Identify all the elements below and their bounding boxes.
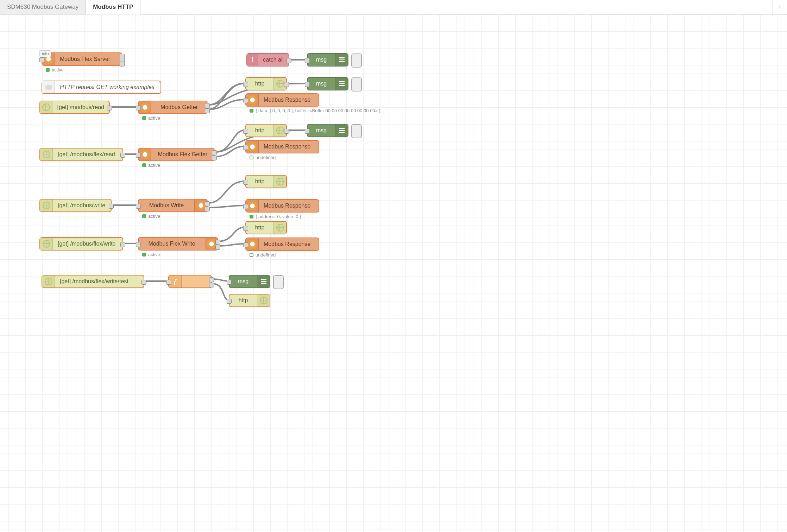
globe-icon — [273, 176, 286, 188]
node-status: { data: [ 0, 0, 0, 0 ], buffer: <Buffer … — [250, 108, 380, 113]
node-debug-msg[interactable]: msg — [307, 124, 348, 137]
node-comment[interactable]: HTTP request GET working examples — [42, 81, 161, 94]
node-label: http — [229, 297, 257, 304]
node-http-response[interactable]: http — [245, 77, 287, 90]
debug-toggle-button[interactable] — [273, 275, 284, 289]
node-status: { address: 0, value: 0 } — [250, 214, 301, 219]
debug-toggle-button[interactable] — [351, 53, 362, 68]
debug-toggle-button[interactable] — [351, 77, 362, 91]
node-label: [get] /modbus/read — [52, 104, 109, 110]
bars-icon — [257, 276, 270, 287]
node-modbus-flex-write[interactable]: Modbus Flex Write active — [138, 237, 218, 251]
flow-canvas[interactable]: info Modbus Flex Server active ! catch a… — [0, 14, 787, 532]
globe-icon — [257, 294, 270, 306]
node-debug-msg[interactable]: msg — [307, 53, 348, 66]
globe-icon — [40, 238, 53, 250]
node-label: msg — [229, 278, 257, 285]
globe-icon — [40, 200, 53, 211]
node-label: Modbus Getter — [151, 104, 207, 110]
info-badge: info — [39, 50, 51, 57]
node-label: [get] /modbus/flex/write — [53, 241, 122, 247]
node-label: Modbus Response — [259, 203, 319, 209]
node-debug-msg[interactable]: msg — [229, 275, 270, 288]
node-label: http — [246, 178, 273, 185]
globe-icon — [42, 276, 55, 287]
exclamation-icon: ! — [247, 54, 258, 66]
tab-modbus-http[interactable]: Modbus HTTP — [86, 0, 140, 14]
node-label: Modbus Response — [259, 144, 319, 150]
node-status: active — [142, 252, 160, 257]
globe-icon — [273, 222, 286, 234]
tab-sdm630[interactable]: SDM630 Modbus Gateway — [0, 0, 86, 14]
node-label: http — [246, 81, 273, 87]
node-catch-all[interactable]: ! catch all — [246, 53, 289, 66]
node-label: msg — [308, 81, 335, 87]
node-http-response[interactable]: http — [245, 221, 287, 234]
globe-icon — [40, 101, 52, 113]
bars-icon — [335, 78, 348, 90]
node-label: catch all — [258, 57, 289, 63]
node-status: active — [142, 163, 160, 168]
node-label: http — [246, 224, 273, 231]
debug-toggle-button[interactable] — [351, 124, 362, 138]
node-http-in-flex-read[interactable]: [get] /modbus/flex/read — [39, 148, 123, 161]
node-label: Modbus Flex Getter — [151, 151, 214, 158]
node-http-in-flex-write-test[interactable]: [get] /modbus/flex/write/test — [42, 275, 144, 288]
node-http-in-write[interactable]: [get] /modbus/write — [39, 199, 112, 212]
node-label: Modbus Response — [259, 97, 319, 103]
node-modbus-response[interactable]: Modbus Response undefined — [245, 140, 319, 153]
node-modbus-flex-getter[interactable]: Modbus Flex Getter active — [138, 148, 215, 161]
node-label: Modbus Write — [139, 202, 194, 209]
tab-bar: SDM630 Modbus Gateway Modbus HTTP + — [0, 0, 787, 14]
node-label: msg — [308, 127, 335, 134]
node-modbus-flex-server[interactable]: info Modbus Flex Server active — [42, 52, 122, 66]
node-label: http — [246, 127, 273, 134]
node-modbus-response[interactable]: Modbus Response { data: [ 0, 0, 0, 0 ], … — [245, 93, 319, 107]
node-label: [get] /modbus/flex/write/test — [55, 278, 144, 285]
bars-icon — [335, 125, 348, 137]
tab-add-button[interactable]: + — [773, 0, 787, 14]
node-modbus-write[interactable]: Modbus Write active — [138, 199, 208, 212]
node-http-in-read[interactable]: [get] /modbus/read — [39, 101, 110, 114]
node-modbus-response[interactable]: Modbus Response undefined — [245, 238, 319, 251]
node-label: [get] /modbus/write — [53, 202, 111, 209]
globe-icon — [40, 148, 53, 160]
node-debug-msg[interactable]: msg — [307, 77, 348, 90]
comment-icon — [42, 81, 55, 93]
node-label: Modbus Flex Server — [55, 56, 122, 62]
node-function[interactable]: ƒ — [168, 275, 212, 288]
node-status: undefined — [250, 155, 276, 160]
node-http-response[interactable]: http — [229, 294, 270, 307]
node-label: msg — [308, 57, 335, 63]
node-status: active — [142, 115, 160, 121]
node-http-response[interactable]: http — [245, 124, 287, 137]
node-http-response[interactable]: http — [245, 175, 287, 188]
node-status: active — [46, 67, 64, 72]
node-status: undefined — [250, 252, 276, 258]
node-modbus-response[interactable]: Modbus Response { address: 0, value: 0 } — [245, 199, 319, 213]
node-status: active — [142, 214, 160, 219]
node-label: [get] /modbus/flex/read — [53, 151, 122, 158]
node-label: Modbus Flex Write — [139, 241, 205, 247]
node-label: HTTP request GET working examples — [55, 84, 160, 90]
node-modbus-getter[interactable]: Modbus Getter active — [138, 101, 208, 114]
bars-icon — [335, 54, 348, 66]
node-http-in-flex-write[interactable]: [get] /modbus/flex/write — [39, 237, 123, 251]
node-label: Modbus Response — [259, 241, 319, 247]
